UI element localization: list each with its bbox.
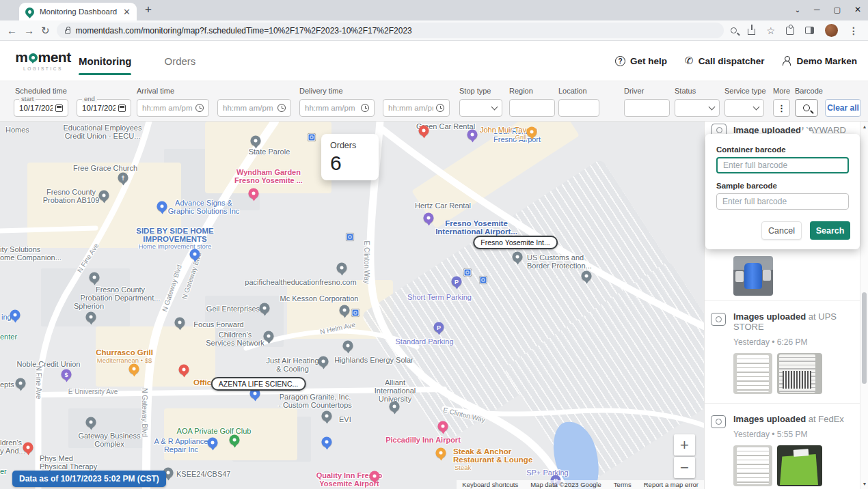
clock-icon[interactable] — [361, 104, 369, 112]
map-pin-red[interactable] — [419, 126, 429, 136]
map-pin-gray[interactable] — [390, 402, 400, 412]
map-zoom-in-button[interactable]: + — [674, 434, 695, 456]
upload-thumbnail[interactable] — [777, 445, 822, 486]
map-pin-purple[interactable] — [467, 130, 478, 140]
map-pin-gray[interactable] — [86, 312, 96, 322]
bookmark-star-icon[interactable]: ☆ — [766, 25, 775, 36]
map-pin-orange[interactable] — [129, 364, 139, 374]
delivery-start-field[interactable] — [299, 99, 375, 117]
map-pin-gray[interactable] — [264, 331, 274, 341]
arrival-start-input[interactable] — [142, 104, 193, 112]
map-attribution-link[interactable]: Terms — [614, 481, 632, 488]
arrival-end-input[interactable] — [223, 104, 275, 112]
clock-icon[interactable] — [195, 104, 204, 112]
container-barcode-input[interactable] — [716, 157, 849, 173]
upload-thumbnail[interactable] — [733, 445, 772, 486]
nav-monitoring[interactable]: Monitoring — [79, 41, 131, 81]
call-dispatcher-button[interactable]: ✆Call dispatcher — [685, 55, 764, 67]
map-pin-blue[interactable] — [190, 249, 200, 260]
map-pin-gray[interactable] — [251, 136, 261, 146]
map-pin-gray[interactable] — [340, 305, 350, 316]
stop-type-select[interactable] — [459, 99, 502, 117]
extensions-icon[interactable] — [786, 27, 794, 35]
upload-entry[interactable]: Images uploaded at UPS STOREYesterday • … — [705, 301, 860, 403]
window-minimize-button[interactable]: ─ — [814, 5, 820, 14]
map-pin-gray[interactable] — [99, 191, 109, 201]
scheduled-end-field[interactable]: end — [77, 99, 131, 117]
window-maximize-button[interactable]: ▢ — [834, 5, 841, 14]
scheduled-end-input[interactable] — [82, 104, 116, 112]
tab-close-icon[interactable]: ✕ — [123, 7, 131, 17]
map-pin-pink[interactable] — [249, 188, 259, 199]
clock-icon[interactable] — [277, 104, 286, 112]
browser-tab[interactable]: Monitoring Dashboard ✕ — [19, 3, 137, 20]
map-pin-green[interactable] — [230, 435, 240, 445]
map-pin-pink[interactable] — [438, 421, 448, 432]
browser-menu-icon[interactable]: ⋮ — [849, 25, 858, 36]
sidebar-scrollbar[interactable]: ▲ ▼ — [860, 122, 868, 489]
map-canvas[interactable]: HomesEducational Employees Credit Union … — [0, 122, 704, 489]
clear-all-button[interactable]: Clear all — [825, 99, 861, 117]
arrival-start-field[interactable] — [137, 99, 209, 117]
delivery-end-field[interactable] — [383, 99, 450, 117]
map-zoom-out-button[interactable]: − — [674, 457, 695, 478]
map-pin-gray[interactable] — [86, 417, 96, 428]
upload-thumbnail[interactable] — [733, 256, 773, 296]
map-pin-orange[interactable] — [527, 127, 537, 137]
profile-avatar[interactable] — [825, 24, 838, 37]
map-pin-gray[interactable] — [322, 411, 332, 421]
reload-button[interactable]: ↻ — [41, 25, 50, 37]
map-pin-parkingpin[interactable]: P — [452, 277, 462, 287]
calendar-icon[interactable] — [118, 104, 126, 112]
upload-entry[interactable]: Images uploaded at FedExYesterday • 5:55… — [705, 403, 860, 489]
address-bar[interactable]: momentdash.com/monitoring/map?f.schedule… — [57, 23, 724, 38]
scroll-down-icon[interactable]: ▼ — [860, 481, 868, 486]
map-pin-gray[interactable] — [16, 378, 26, 389]
map-pin-orange[interactable] — [436, 448, 446, 458]
map-pin-gray[interactable] — [513, 252, 523, 262]
barcode-search-button[interactable] — [795, 99, 818, 117]
delivery-start-input[interactable] — [305, 104, 358, 112]
zoom-lens-icon[interactable] — [731, 27, 737, 33]
more-filters-button[interactable]: ⋮ — [773, 99, 790, 117]
nav-orders[interactable]: Orders — [164, 41, 195, 81]
scheduled-start-input[interactable] — [19, 104, 53, 112]
clock-icon[interactable] — [436, 104, 444, 112]
share-icon[interactable] — [748, 29, 755, 35]
map-stop-badge[interactable]: AZENTA LIFE SCIENC... — [211, 377, 306, 391]
map-pin-gray[interactable] — [260, 303, 270, 313]
scrollbar-thumb[interactable] — [862, 292, 867, 384]
map-pin-gray[interactable] — [343, 341, 353, 351]
calendar-icon[interactable] — [55, 104, 63, 112]
map-attribution-link[interactable]: Keyboard shortcuts — [462, 481, 518, 488]
map-pin-gray[interactable] — [582, 271, 592, 281]
map-pin-blue[interactable] — [322, 437, 332, 447]
service-type-select[interactable] — [724, 99, 764, 117]
map-pin-blue[interactable] — [208, 438, 218, 448]
delivery-end-input[interactable] — [388, 104, 433, 112]
scroll-up-icon[interactable]: ▲ — [860, 124, 868, 129]
window-close-button[interactable]: ✕ — [854, 5, 861, 14]
map-attribution-link[interactable]: Report a map error — [644, 481, 699, 488]
region-input[interactable] — [509, 99, 555, 117]
map-pin-red[interactable] — [23, 443, 33, 453]
map-pin-gray[interactable] — [318, 357, 329, 367]
location-input[interactable] — [558, 99, 599, 117]
tab-search-chevron-icon[interactable]: ⌄ — [795, 6, 800, 14]
map-stop-badge[interactable]: Fresno Yosemite Int... — [473, 236, 558, 249]
arrival-end-field[interactable] — [217, 99, 291, 117]
map-pin-purple[interactable] — [424, 213, 434, 223]
search-button[interactable]: Search — [810, 221, 850, 240]
back-button[interactable]: ← — [7, 25, 17, 36]
new-tab-button[interactable]: + — [145, 3, 152, 16]
map-pin-gray[interactable] — [337, 263, 347, 273]
user-menu[interactable]: Demo Marken — [782, 56, 857, 66]
moment-logo[interactable]: mment LOGISTICS — [14, 49, 72, 71]
side-panel-icon[interactable] — [805, 27, 814, 34]
map-pin-gray[interactable]: † — [118, 173, 128, 183]
map-pin-blue[interactable] — [157, 201, 167, 212]
orders-count-popup[interactable]: Orders 6 — [321, 134, 379, 180]
map-pin-parkingpin[interactable]: P — [434, 322, 444, 333]
sample-barcode-input[interactable] — [716, 193, 849, 210]
map-pin-purple[interactable]: $ — [62, 369, 72, 380]
